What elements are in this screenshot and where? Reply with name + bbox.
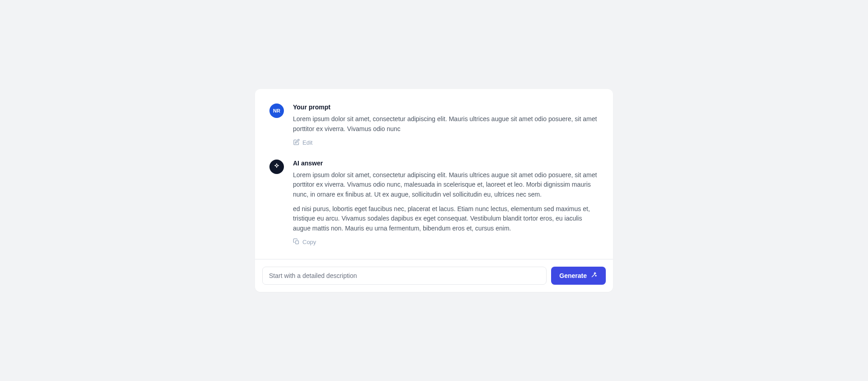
- edit-button[interactable]: Edit: [293, 139, 312, 147]
- ai-avatar: [269, 160, 284, 174]
- user-message-body: Your prompt Lorem ipsum dolor sit amet, …: [293, 103, 599, 146]
- svg-rect-0: [296, 240, 299, 244]
- magic-wand-icon: [590, 271, 598, 280]
- ai-message: AI answer Lorem ipsum dolor sit amet, co…: [269, 160, 599, 246]
- copy-button[interactable]: Copy: [293, 238, 316, 246]
- sparkle-icon: [273, 163, 280, 171]
- user-message-title: Your prompt: [293, 103, 599, 111]
- copy-icon: [293, 238, 300, 246]
- user-avatar: NR: [269, 103, 284, 118]
- ai-message-text-1: Lorem ipsum dolor sit amet, consectetur …: [293, 170, 599, 200]
- edit-icon: [293, 139, 300, 147]
- generate-button[interactable]: Generate: [551, 267, 606, 285]
- ai-message-body: AI answer Lorem ipsum dolor sit amet, co…: [293, 160, 599, 246]
- prompt-input[interactable]: [262, 267, 547, 285]
- ai-message-text-2: ed nisi purus, lobortis eget faucibus ne…: [293, 204, 599, 234]
- messages-area: NR Your prompt Lorem ipsum dolor sit ame…: [255, 89, 613, 259]
- edit-label: Edit: [302, 139, 312, 146]
- user-avatar-initials: NR: [273, 108, 280, 113]
- generate-label: Generate: [559, 272, 587, 279]
- ai-message-title: AI answer: [293, 160, 599, 167]
- copy-label: Copy: [302, 239, 316, 245]
- user-message: NR Your prompt Lorem ipsum dolor sit ame…: [269, 103, 599, 146]
- input-bar: Generate: [255, 259, 613, 292]
- chat-card: NR Your prompt Lorem ipsum dolor sit ame…: [255, 89, 613, 292]
- user-message-text: Lorem ipsum dolor sit amet, consectetur …: [293, 114, 599, 134]
